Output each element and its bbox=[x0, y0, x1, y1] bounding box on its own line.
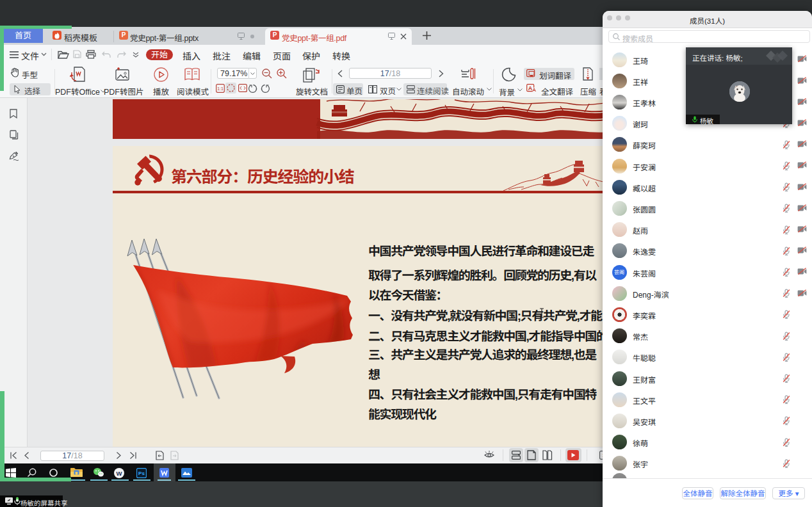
svg-text:W: W bbox=[117, 470, 122, 477]
svg-text:Ps: Ps bbox=[138, 471, 145, 476]
svg-text:A: A bbox=[528, 85, 533, 92]
svg-text:1:1: 1:1 bbox=[217, 86, 223, 91]
